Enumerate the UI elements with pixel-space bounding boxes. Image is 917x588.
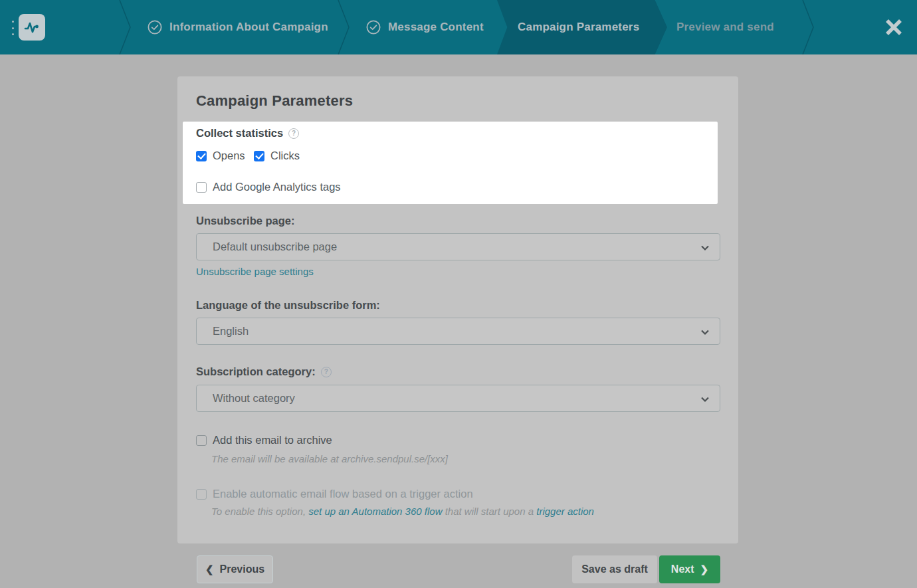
- pulse-icon: [23, 18, 41, 37]
- step-information-about-campaign[interactable]: Information About Campaign: [148, 0, 328, 54]
- campaign-parameters-card: Campaign Parameters Collect statistics ?…: [177, 76, 738, 543]
- collect-statistics-section: Collect statistics ? Opens Clicks Add Go…: [183, 122, 718, 204]
- subscription-category-label: Subscription category: ?: [196, 365, 332, 378]
- trigger-action-link[interactable]: trigger action: [536, 506, 594, 517]
- language-select[interactable]: English: [196, 318, 720, 345]
- step-label: Campaign Parameters: [518, 21, 639, 34]
- google-analytics-checkbox[interactable]: Add Google Analytics tags: [196, 181, 341, 193]
- unsubscribe-page-select[interactable]: Default unsubscribe page: [196, 233, 720, 260]
- close-icon[interactable]: [882, 16, 905, 39]
- chevron-down-icon: [700, 327, 710, 338]
- archive-checkbox[interactable]: Add this email to archive: [196, 434, 332, 446]
- app-logo: [19, 14, 45, 41]
- trigger-flow-checkbox[interactable]: Enable automatic email flow based on a t…: [196, 488, 473, 500]
- subscription-category-select[interactable]: Without category: [196, 385, 720, 412]
- step-campaign-parameters[interactable]: Campaign Parameters: [518, 0, 639, 54]
- checkbox-empty-icon[interactable]: [196, 489, 207, 500]
- help-icon[interactable]: ?: [321, 367, 332, 377]
- language-label: Language of the unsubscribe form:: [196, 299, 380, 312]
- save-as-draft-button[interactable]: Save as draft: [572, 555, 657, 583]
- chevron-down-icon: [700, 394, 710, 405]
- help-icon[interactable]: ?: [288, 128, 299, 139]
- step-separator: [337, 0, 350, 54]
- menu-dots-icon[interactable]: [9, 21, 16, 35]
- check-circle-icon: [148, 20, 162, 35]
- checkbox-checked-icon[interactable]: [196, 151, 207, 161]
- opens-checkbox[interactable]: Opens: [196, 149, 245, 162]
- collect-statistics-label: Collect statistics ?: [196, 127, 299, 140]
- chevron-right-icon: ❯: [700, 563, 709, 575]
- chevron-down-icon: [700, 243, 710, 253]
- wizard-header: Information About Campaign Message Conte…: [0, 0, 917, 54]
- clicks-checkbox[interactable]: Clicks: [254, 149, 300, 162]
- next-button[interactable]: Next ❯: [659, 555, 720, 583]
- check-circle-icon: [366, 20, 381, 35]
- step-label: Preview and send: [676, 21, 774, 34]
- step-message-content[interactable]: Message Content: [366, 0, 484, 54]
- checkbox-empty-icon[interactable]: [196, 435, 207, 446]
- checkbox-empty-icon[interactable]: [196, 182, 207, 193]
- step-separator: [118, 0, 132, 54]
- step-separator: [801, 0, 815, 54]
- step-label: Message Content: [388, 21, 484, 34]
- unsubscribe-page-label: Unsubscribe page:: [196, 215, 295, 227]
- chevron-left-icon: ❮: [205, 563, 214, 575]
- checkbox-checked-icon[interactable]: [254, 151, 264, 161]
- step-preview-and-send[interactable]: Preview and send: [676, 0, 774, 54]
- archive-note: The email will be available at archive.s…: [211, 453, 448, 464]
- previous-button[interactable]: ❮ Previous: [197, 555, 273, 583]
- trigger-note: To enable this option, set up an Automat…: [211, 506, 594, 517]
- page-title: Campaign Parameters: [196, 92, 353, 110]
- step-label: Information About Campaign: [169, 21, 328, 34]
- unsubscribe-page-settings-link[interactable]: Unsubscribe page settings: [196, 266, 314, 277]
- automation-360-link[interactable]: set up an Automation 360 flow: [308, 506, 442, 517]
